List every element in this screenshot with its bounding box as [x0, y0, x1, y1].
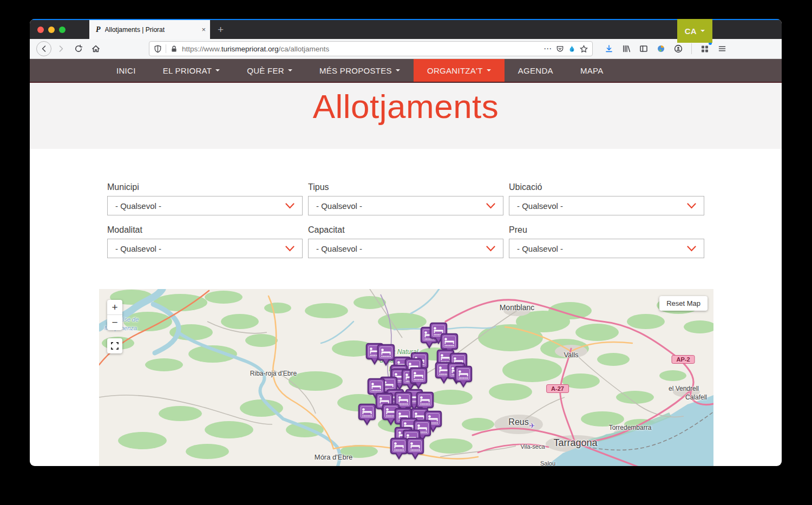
- tipus-select[interactable]: - Qualsevol -: [308, 196, 503, 215]
- chevron-down-icon: [687, 203, 696, 209]
- ubicacio-select[interactable]: - Qualsevol -: [509, 196, 704, 215]
- map-place-label: Salou: [540, 460, 555, 466]
- chevron-down-icon: [396, 69, 400, 74]
- accommodation-marker[interactable]: [357, 402, 377, 427]
- reload-button[interactable]: [71, 41, 86, 56]
- chevron-down-icon: [288, 69, 292, 74]
- page-title: Allotjaments: [313, 87, 499, 149]
- filter-ubicacio: Ubicació - Qualsevol -: [509, 182, 704, 215]
- browser-toolbar: https://www.turismepriorat.org/ca/allotj…: [30, 39, 782, 59]
- map-place-label: Móra d'Ebre: [315, 453, 352, 461]
- map-zoom-control: + −: [107, 300, 122, 330]
- window-controls: [30, 20, 73, 39]
- downloads-button[interactable]: [601, 41, 617, 56]
- toolbar-separator: [691, 43, 692, 54]
- filter-municipi: Municipi - Qualsevol -: [107, 182, 303, 215]
- accommodation-marker[interactable]: [453, 364, 474, 389]
- map-overlays: MontblancVallsel VendrellCalafellTorrede…: [99, 289, 713, 466]
- sidebar-button[interactable]: [636, 41, 651, 56]
- page-actions-icon[interactable]: ⋯: [543, 44, 552, 54]
- map-place-label: Montblanc: [500, 303, 535, 312]
- map-place-label: Reus: [508, 417, 528, 427]
- filter-label: Municipi: [107, 182, 303, 192]
- map-place-label: Riba-roja d'Ebre: [250, 370, 297, 377]
- back-button[interactable]: [36, 41, 51, 56]
- urlbar-divider: [166, 44, 166, 53]
- extension-globe-icon[interactable]: [653, 41, 669, 56]
- fullscreen-button[interactable]: [107, 338, 122, 353]
- filter-label: Tipus: [308, 182, 503, 192]
- tab-title: Allotjaments | Priorat: [105, 26, 198, 34]
- filter-tipus: Tipus - Qualsevol -: [308, 182, 503, 215]
- account-button[interactable]: [671, 41, 686, 56]
- forward-button[interactable]: [54, 41, 69, 56]
- chevron-down-icon: [285, 246, 294, 252]
- municipi-select[interactable]: - Qualsevol -: [107, 196, 303, 215]
- home-button[interactable]: [88, 41, 103, 56]
- drupal-extension-icon[interactable]: [568, 45, 576, 53]
- menu-button[interactable]: [715, 41, 730, 56]
- zoom-in-button[interactable]: +: [107, 300, 122, 315]
- chevron-down-icon: [700, 30, 705, 34]
- chevron-down-icon: [285, 203, 294, 209]
- nav-item-inici[interactable]: INICI: [103, 59, 149, 82]
- url-bar[interactable]: https://www.turismepriorat.org/ca/allotj…: [149, 41, 593, 56]
- nav-item-agenda[interactable]: AGENDA: [505, 59, 567, 82]
- browser-window: P Allotjaments | Priorat × + https://www…: [30, 19, 782, 466]
- close-tab-icon[interactable]: ×: [201, 25, 206, 34]
- zoom-out-button[interactable]: −: [107, 315, 122, 330]
- reset-map-button[interactable]: Reset Map: [659, 296, 708, 311]
- map-place-label: Torredembarra: [609, 424, 652, 431]
- chevron-down-icon: [486, 246, 495, 252]
- extensions-grid-button[interactable]: [697, 41, 712, 56]
- site-favicon-icon: P: [96, 25, 101, 34]
- filter-modalitat: Modalitat - Qualsevol -: [107, 225, 303, 258]
- bookmark-star-icon[interactable]: [580, 45, 588, 53]
- map-place-label: Valls: [564, 351, 578, 359]
- filter-label: Capacitat: [308, 225, 503, 235]
- lock-icon[interactable]: [170, 45, 178, 53]
- map-place-label: Calafell: [685, 393, 707, 401]
- hero-section: Allotjaments: [30, 83, 782, 149]
- chevron-down-icon: [487, 69, 491, 74]
- nav-item-mes-propostes[interactable]: MÉS PROPOSTES: [306, 59, 414, 82]
- tracking-shield-icon[interactable]: [154, 45, 162, 53]
- modalitat-select[interactable]: - Qualsevol -: [107, 239, 303, 258]
- preu-select[interactable]: - Qualsevol -: [509, 239, 704, 258]
- capacitat-select[interactable]: - Qualsevol -: [308, 239, 503, 258]
- library-button[interactable]: [619, 41, 634, 56]
- filters-section: Municipi - Qualsevol - Tipus - Qualsevol…: [30, 149, 782, 289]
- toolbar-right-icons: [600, 41, 731, 56]
- language-selector[interactable]: CA: [677, 19, 712, 43]
- filter-label: Preu: [509, 225, 704, 235]
- map-place-label: Vila-seca: [520, 443, 545, 450]
- url-text[interactable]: https://www.turismepriorat.org/ca/allotj…: [182, 45, 540, 53]
- map-place-label: Tarragona: [553, 437, 597, 449]
- filter-capacitat: Capacitat - Qualsevol -: [308, 225, 503, 258]
- chevron-down-icon: [215, 69, 220, 74]
- site-navigation: INICI EL PRIORAT QUÈ FER MÉS PROPOSTES O…: [30, 59, 782, 83]
- nav-item-mapa[interactable]: MAPA: [567, 59, 617, 82]
- filter-label: Ubicació: [509, 182, 704, 192]
- tab-bar: P Allotjaments | Priorat × +: [30, 19, 782, 39]
- nav-item-el-priorat[interactable]: EL PRIORAT: [149, 59, 234, 82]
- fullscreen-icon: [111, 342, 119, 350]
- chevron-down-icon: [486, 203, 495, 209]
- close-window-button[interactable]: [37, 27, 44, 33]
- maximize-window-button[interactable]: [59, 27, 66, 33]
- road-badge: A-27: [546, 384, 569, 393]
- minimize-window-button[interactable]: [48, 27, 55, 33]
- map-canvas[interactable]: MontblancVallsel VendrellCalafellTorrede…: [99, 289, 713, 466]
- chevron-down-icon: [687, 246, 696, 252]
- map-place-label: ✈: [529, 422, 535, 430]
- filter-label: Modalitat: [107, 225, 303, 235]
- pocket-icon[interactable]: [556, 45, 564, 53]
- nav-item-que-fer[interactable]: QUÈ FER: [233, 59, 306, 82]
- new-tab-button[interactable]: +: [210, 20, 231, 39]
- road-badge: AP-2: [671, 355, 695, 364]
- active-tab[interactable]: P Allotjaments | Priorat ×: [89, 20, 210, 39]
- map-place-label: el Vendrell: [669, 385, 699, 392]
- nav-item-organitzat[interactable]: ORGANITZA'T: [414, 59, 505, 82]
- filter-preu: Preu - Qualsevol -: [509, 225, 704, 258]
- accommodation-marker[interactable]: [405, 436, 425, 461]
